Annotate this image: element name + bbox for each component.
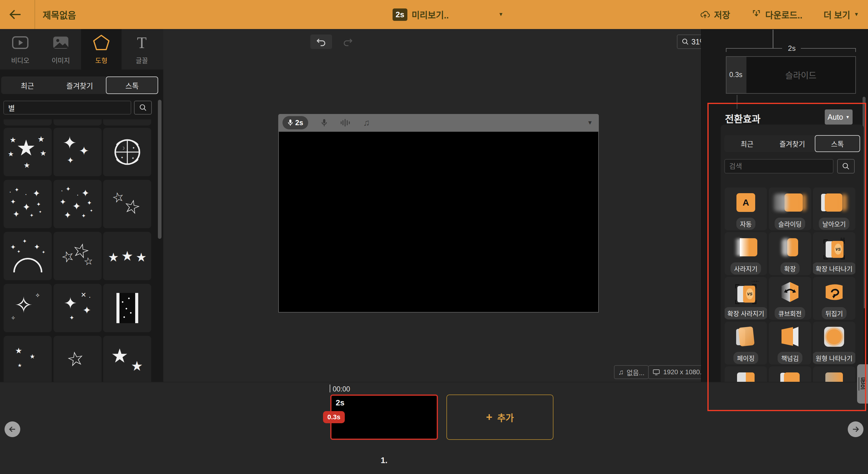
shape-tile-large-sparkle-outline[interactable]: ✧ ✧ ✧ [4,284,52,332]
undo-button[interactable] [310,34,332,49]
transitions-tab-favorites[interactable]: 즐겨찾기 [770,135,815,152]
shape-tile-partial[interactable] [103,119,151,125]
shapes-search-button[interactable] [134,101,152,115]
shape-tile-partial[interactable] [4,119,52,125]
transition-sliding[interactable]: 슬라이딩 [769,187,811,230]
shape-tile-three-small-stars[interactable]: ★ ★ ★ [4,336,52,382]
back-button[interactable] [8,8,22,22]
waveform-icon[interactable] [340,119,350,127]
shapes-tab-stock[interactable]: 스톡 [106,76,158,94]
transition-paging-icon [725,323,767,351]
shape-tile-three-sparkles[interactable]: ✦ ✦ ✦ [54,128,102,176]
transition-expand-disappear-icon: →← VS [725,278,767,306]
shape-tile-doodle-star[interactable]: ☆ [54,336,102,382]
shape-tile-starry-window[interactable] [103,284,151,332]
support-tab[interactable]: 문의 [857,364,868,404]
chevron-down-icon: ▼ [846,115,850,119]
shape-tile-sparkles-and-crosses[interactable]: ✦ ✕ ✦ ✦ • [54,284,102,332]
transitions-search-button[interactable] [837,159,855,173]
mic-icon[interactable] [321,118,328,127]
transition-cube-rotate[interactable]: 큐브회전 [769,277,811,320]
svg-text:✦: ✦ [121,156,123,159]
topbar-divider [34,0,35,29]
transition-tile-partial[interactable] [769,367,811,382]
shapes-scrollbar[interactable] [158,100,161,239]
resolution-chip[interactable]: 1920 x 1080... [648,365,710,379]
download-button[interactable]: 다운로드.. [751,8,802,21]
transition-expand-disappear[interactable]: →← VS 확장 사라지기 [725,277,767,320]
shape-tile-three-stars-row[interactable]: ★ ★ ★ [103,232,151,280]
music-note-icon[interactable]: ♫ [363,118,370,128]
auto-dropdown[interactable]: Auto ▼ [825,109,852,125]
shapes-search-input[interactable] [3,101,131,115]
tab-shape-label: 도형 [95,55,107,65]
transitions-tab-stock[interactable]: 스톡 [815,135,860,152]
shapes-tab-favorites[interactable]: 즐겨찾기 [54,76,106,94]
transition-tile-partial[interactable] [725,367,767,382]
shape-tile-horizon-sparkles[interactable]: ✦ ✦ ✦ ✦ ✦ [4,232,52,280]
transitions-search-input[interactable] [724,159,834,173]
transition-expand[interactable]: 확장 [769,232,811,275]
narration-chip[interactable]: 2s [282,116,308,129]
clip-index: 1. [330,456,438,465]
playhead-line [773,30,773,48]
transition-page-turn[interactable]: 책넘김 [769,322,811,365]
transitions-tab-recent[interactable]: 최근 [724,135,770,152]
add-label: 추가 [497,411,514,424]
slide-strip[interactable]: 슬라이드 [726,56,856,94]
slide-total-duration: 2s [782,44,802,53]
video-canvas[interactable] [278,131,599,313]
tab-shape[interactable]: 도형 [81,29,122,69]
shape-tile-star-scribble-cluster[interactable]: ☆ ☆ ☆ [54,232,102,280]
transition-disappear[interactable]: 사라지기 [725,232,767,275]
transition-fly-in-icon [813,189,855,216]
shapes-tab-recent[interactable]: 최근 [1,76,54,94]
save-label: 저장 [714,8,730,21]
shape-tile-star-field-dense[interactable]: ✦ ✦ ✦ ✦ ✦ ✦ ✦ ✦ • • [54,180,102,228]
more-button[interactable]: 더 보기 ▼ [824,8,859,21]
vs-label: VS [834,244,842,255]
svg-text:☽: ☽ [121,146,125,151]
toolbar-chevron-down-icon[interactable]: ▼ [587,119,593,126]
tab-image[interactable]: 이미지 [40,29,81,69]
duration-bracket [801,48,856,49]
magnifier-icon [842,162,850,170]
shape-tile-two-wavy-stars[interactable]: ☆ ☆ [103,180,151,228]
transitions-tab-bar: 최근 즐겨찾기 스톡 [724,135,860,152]
redo-button[interactable] [337,34,359,49]
shape-tile-partial[interactable] [54,119,102,125]
shape-tile-star-field[interactable]: ✦ ✦ ✦ ✦ ✦ ✦ ✦ ✦ • • [4,180,52,228]
shape-tile-star-burst[interactable]: ★ ★ ★ ★ ★ ★ [4,128,52,176]
background-music-chip[interactable]: ♫ 없음... [614,365,649,379]
tab-font[interactable]: T 글꼴 [122,29,162,69]
more-label: 더 보기 [824,8,850,21]
preview-dropdown[interactable]: 2s 미리보기.. ▼ [393,0,503,29]
transition-expand-appear[interactable]: ↔ VS 확장 나타나기 [813,232,855,275]
transition-fly-in[interactable]: 날아오기 [813,187,855,230]
shapes-tab-bar: 최근 즐겨찾기 스톡 [1,76,158,94]
arrow-left-icon [8,8,22,21]
transitions-title: 전환효과 [725,111,761,125]
transition-circle-appear[interactable]: 원형 나타나기 [813,322,855,365]
shape-tile-two-solid-stars[interactable]: ★ ★ [103,336,151,382]
transition-flip[interactable]: 뒤집기 [813,277,855,320]
clip-transition-badge[interactable]: 0.3s [323,411,345,423]
chevron-down-icon: ▼ [854,11,859,18]
shape-tile-celestial-circle[interactable]: ☽✦ ✦✦ [103,128,151,176]
add-slide-button[interactable]: + 추가 [446,394,554,440]
duration-badge: 2s [393,8,407,21]
music-note-icon: ♫ [618,368,624,376]
transition-auto[interactable]: A 자동 [725,187,767,230]
clip-audio-toolbar: 2s ♫ ▼ [278,114,599,131]
scroll-right-button[interactable] [848,421,864,437]
transition-connector-line [737,95,737,109]
duration-bracket [726,48,782,49]
tab-video[interactable]: 비디오 [0,29,40,69]
scroll-left-button[interactable] [4,421,20,437]
transition-tile-partial[interactable] [813,367,855,382]
timeline-clip-1[interactable]: 2s [330,394,438,440]
cloud-upload-icon [700,10,710,19]
transitions-container: 최근 즐겨찾기 스톡 A 자동 슬라이딩 날아오기 사라 [721,125,864,382]
transition-paging[interactable]: 페이징 [725,322,767,365]
save-button[interactable]: 저장 [700,8,730,21]
